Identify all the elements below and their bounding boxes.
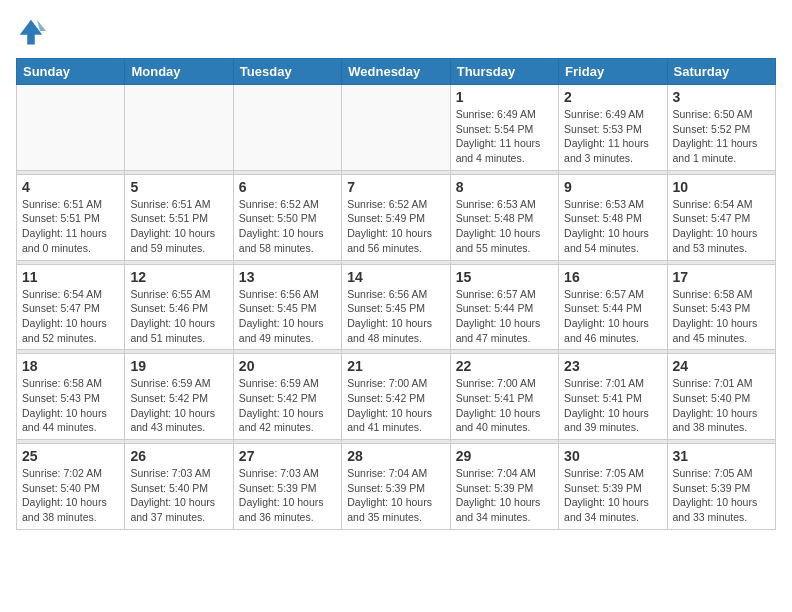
calendar-header-monday: Monday — [125, 59, 233, 85]
calendar-day-22: 22Sunrise: 7:00 AM Sunset: 5:41 PM Dayli… — [450, 354, 558, 440]
day-info: Sunrise: 6:49 AM Sunset: 5:54 PM Dayligh… — [456, 107, 553, 166]
day-info: Sunrise: 6:53 AM Sunset: 5:48 PM Dayligh… — [564, 197, 661, 256]
calendar-day-24: 24Sunrise: 7:01 AM Sunset: 5:40 PM Dayli… — [667, 354, 775, 440]
calendar-header-tuesday: Tuesday — [233, 59, 341, 85]
calendar-week-3: 11Sunrise: 6:54 AM Sunset: 5:47 PM Dayli… — [17, 264, 776, 350]
day-number: 21 — [347, 358, 444, 374]
calendar-day-9: 9Sunrise: 6:53 AM Sunset: 5:48 PM Daylig… — [559, 174, 667, 260]
day-number: 8 — [456, 179, 553, 195]
calendar-day-empty — [17, 85, 125, 171]
day-number: 25 — [22, 448, 119, 464]
day-number: 17 — [673, 269, 770, 285]
day-number: 27 — [239, 448, 336, 464]
calendar-day-21: 21Sunrise: 7:00 AM Sunset: 5:42 PM Dayli… — [342, 354, 450, 440]
day-number: 1 — [456, 89, 553, 105]
calendar-header-sunday: Sunday — [17, 59, 125, 85]
day-info: Sunrise: 7:03 AM Sunset: 5:40 PM Dayligh… — [130, 466, 227, 525]
day-info: Sunrise: 7:00 AM Sunset: 5:41 PM Dayligh… — [456, 376, 553, 435]
day-number: 20 — [239, 358, 336, 374]
day-number: 7 — [347, 179, 444, 195]
day-info: Sunrise: 7:02 AM Sunset: 5:40 PM Dayligh… — [22, 466, 119, 525]
calendar-day-13: 13Sunrise: 6:56 AM Sunset: 5:45 PM Dayli… — [233, 264, 341, 350]
day-info: Sunrise: 7:01 AM Sunset: 5:41 PM Dayligh… — [564, 376, 661, 435]
day-number: 28 — [347, 448, 444, 464]
day-info: Sunrise: 7:00 AM Sunset: 5:42 PM Dayligh… — [347, 376, 444, 435]
calendar-day-29: 29Sunrise: 7:04 AM Sunset: 5:39 PM Dayli… — [450, 444, 558, 530]
day-info: Sunrise: 7:05 AM Sunset: 5:39 PM Dayligh… — [673, 466, 770, 525]
day-info: Sunrise: 6:51 AM Sunset: 5:51 PM Dayligh… — [130, 197, 227, 256]
day-number: 12 — [130, 269, 227, 285]
calendar-day-12: 12Sunrise: 6:55 AM Sunset: 5:46 PM Dayli… — [125, 264, 233, 350]
day-number: 6 — [239, 179, 336, 195]
calendar-day-1: 1Sunrise: 6:49 AM Sunset: 5:54 PM Daylig… — [450, 85, 558, 171]
day-number: 26 — [130, 448, 227, 464]
day-info: Sunrise: 6:49 AM Sunset: 5:53 PM Dayligh… — [564, 107, 661, 166]
day-number: 22 — [456, 358, 553, 374]
day-number: 4 — [22, 179, 119, 195]
calendar-day-11: 11Sunrise: 6:54 AM Sunset: 5:47 PM Dayli… — [17, 264, 125, 350]
calendar-day-7: 7Sunrise: 6:52 AM Sunset: 5:49 PM Daylig… — [342, 174, 450, 260]
calendar-day-18: 18Sunrise: 6:58 AM Sunset: 5:43 PM Dayli… — [17, 354, 125, 440]
day-number: 9 — [564, 179, 661, 195]
calendar-day-16: 16Sunrise: 6:57 AM Sunset: 5:44 PM Dayli… — [559, 264, 667, 350]
day-info: Sunrise: 7:03 AM Sunset: 5:39 PM Dayligh… — [239, 466, 336, 525]
day-info: Sunrise: 6:51 AM Sunset: 5:51 PM Dayligh… — [22, 197, 119, 256]
calendar-day-8: 8Sunrise: 6:53 AM Sunset: 5:48 PM Daylig… — [450, 174, 558, 260]
day-number: 18 — [22, 358, 119, 374]
day-number: 5 — [130, 179, 227, 195]
calendar-day-19: 19Sunrise: 6:59 AM Sunset: 5:42 PM Dayli… — [125, 354, 233, 440]
calendar-day-3: 3Sunrise: 6:50 AM Sunset: 5:52 PM Daylig… — [667, 85, 775, 171]
day-info: Sunrise: 6:59 AM Sunset: 5:42 PM Dayligh… — [239, 376, 336, 435]
calendar-day-empty — [342, 85, 450, 171]
calendar-day-30: 30Sunrise: 7:05 AM Sunset: 5:39 PM Dayli… — [559, 444, 667, 530]
calendar-day-14: 14Sunrise: 6:56 AM Sunset: 5:45 PM Dayli… — [342, 264, 450, 350]
day-info: Sunrise: 6:52 AM Sunset: 5:49 PM Dayligh… — [347, 197, 444, 256]
calendar-day-26: 26Sunrise: 7:03 AM Sunset: 5:40 PM Dayli… — [125, 444, 233, 530]
calendar-day-6: 6Sunrise: 6:52 AM Sunset: 5:50 PM Daylig… — [233, 174, 341, 260]
calendar-day-4: 4Sunrise: 6:51 AM Sunset: 5:51 PM Daylig… — [17, 174, 125, 260]
calendar-day-15: 15Sunrise: 6:57 AM Sunset: 5:44 PM Dayli… — [450, 264, 558, 350]
day-number: 10 — [673, 179, 770, 195]
calendar-week-5: 25Sunrise: 7:02 AM Sunset: 5:40 PM Dayli… — [17, 444, 776, 530]
calendar-day-27: 27Sunrise: 7:03 AM Sunset: 5:39 PM Dayli… — [233, 444, 341, 530]
day-number: 13 — [239, 269, 336, 285]
calendar-header-wednesday: Wednesday — [342, 59, 450, 85]
calendar-week-4: 18Sunrise: 6:58 AM Sunset: 5:43 PM Dayli… — [17, 354, 776, 440]
calendar-day-5: 5Sunrise: 6:51 AM Sunset: 5:51 PM Daylig… — [125, 174, 233, 260]
day-info: Sunrise: 6:57 AM Sunset: 5:44 PM Dayligh… — [564, 287, 661, 346]
day-number: 24 — [673, 358, 770, 374]
day-number: 23 — [564, 358, 661, 374]
calendar-day-empty — [233, 85, 341, 171]
calendar-day-17: 17Sunrise: 6:58 AM Sunset: 5:43 PM Dayli… — [667, 264, 775, 350]
day-info: Sunrise: 6:53 AM Sunset: 5:48 PM Dayligh… — [456, 197, 553, 256]
day-info: Sunrise: 6:56 AM Sunset: 5:45 PM Dayligh… — [239, 287, 336, 346]
calendar-header-row: SundayMondayTuesdayWednesdayThursdayFrid… — [17, 59, 776, 85]
calendar-week-2: 4Sunrise: 6:51 AM Sunset: 5:51 PM Daylig… — [17, 174, 776, 260]
day-number: 11 — [22, 269, 119, 285]
day-info: Sunrise: 6:58 AM Sunset: 5:43 PM Dayligh… — [673, 287, 770, 346]
logo — [16, 16, 50, 46]
calendar-header-saturday: Saturday — [667, 59, 775, 85]
day-info: Sunrise: 6:58 AM Sunset: 5:43 PM Dayligh… — [22, 376, 119, 435]
day-number: 15 — [456, 269, 553, 285]
page-header — [16, 16, 776, 46]
calendar-day-10: 10Sunrise: 6:54 AM Sunset: 5:47 PM Dayli… — [667, 174, 775, 260]
day-info: Sunrise: 6:57 AM Sunset: 5:44 PM Dayligh… — [456, 287, 553, 346]
day-number: 16 — [564, 269, 661, 285]
svg-marker-1 — [37, 20, 46, 31]
calendar-header-thursday: Thursday — [450, 59, 558, 85]
day-number: 30 — [564, 448, 661, 464]
day-info: Sunrise: 7:04 AM Sunset: 5:39 PM Dayligh… — [456, 466, 553, 525]
day-info: Sunrise: 6:56 AM Sunset: 5:45 PM Dayligh… — [347, 287, 444, 346]
day-info: Sunrise: 7:04 AM Sunset: 5:39 PM Dayligh… — [347, 466, 444, 525]
day-number: 19 — [130, 358, 227, 374]
day-info: Sunrise: 6:52 AM Sunset: 5:50 PM Dayligh… — [239, 197, 336, 256]
day-info: Sunrise: 6:55 AM Sunset: 5:46 PM Dayligh… — [130, 287, 227, 346]
day-number: 29 — [456, 448, 553, 464]
day-info: Sunrise: 7:01 AM Sunset: 5:40 PM Dayligh… — [673, 376, 770, 435]
day-number: 3 — [673, 89, 770, 105]
day-number: 2 — [564, 89, 661, 105]
day-number: 31 — [673, 448, 770, 464]
calendar-day-empty — [125, 85, 233, 171]
calendar-day-20: 20Sunrise: 6:59 AM Sunset: 5:42 PM Dayli… — [233, 354, 341, 440]
